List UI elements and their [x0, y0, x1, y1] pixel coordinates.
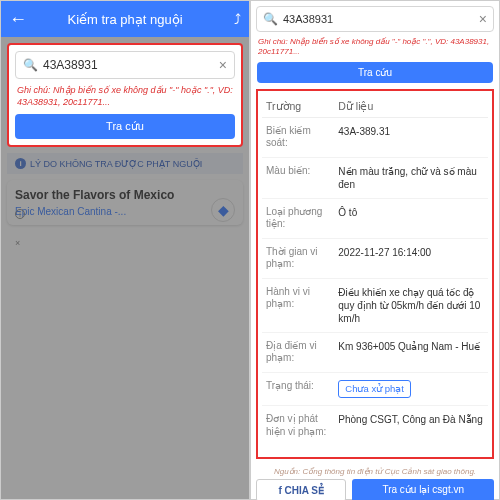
share-fb-button[interactable]: f CHIA SẺ [256, 479, 346, 500]
search-card: 🔍 × Ghi chú: Nhập biển số xe không dấu "… [7, 43, 243, 147]
search-row: 🔍 43A38931 × [256, 6, 494, 32]
search-icon: 🔍 [263, 12, 278, 26]
hdr-data: Dữ liệu [334, 95, 488, 117]
back-icon[interactable]: ← [9, 10, 29, 28]
input-note: Ghi chú: Nhập biển số xe không dấu "-" h… [258, 37, 492, 58]
bottom-actions: f CHIA SẺ Tra cứu lại csgt.vn [251, 479, 499, 500]
status-badge: Chưa xử phạt [338, 380, 411, 398]
plate-input[interactable]: 43A38931 [283, 13, 479, 25]
table-row: Đơn vị phát hiện vi phạm:Phòng CSGT, Côn… [262, 406, 488, 445]
search-again-button[interactable]: Tra cứu lại csgt.vn [352, 479, 494, 500]
lookup-button[interactable]: Tra cứu [257, 62, 493, 83]
table-row: Màu biến:Nền màu trắng, chữ và số màu đe… [262, 158, 488, 199]
results-table: Trường Dữ liệu Biến kiếm soát:43A-389.31… [256, 89, 494, 459]
input-note: Ghi chú: Nhập biển số xe không dấu "-" h… [17, 85, 233, 108]
source-text: Nguồn: Cổng thông tin điện tử Cục Cảnh s… [251, 464, 499, 479]
page-title: Kiếm tra phạt nguội [29, 12, 221, 27]
table-header: Trường Dữ liệu [262, 95, 488, 118]
app-header: ← Kiếm tra phạt nguội ⤴ [1, 1, 249, 37]
lookup-button[interactable]: Tra cứu [15, 114, 235, 139]
search-row: 🔍 × [15, 51, 235, 79]
search-icon: 🔍 [23, 58, 38, 72]
table-row: Trạng thái:Chưa xử phạt [262, 373, 488, 406]
table-row: Thời gian vi phạm:2022-11-27 16:14:00 [262, 239, 488, 279]
clear-icon[interactable]: × [479, 11, 487, 27]
table-row: Loại phương tiện:Ô tô [262, 199, 488, 239]
table-row: Biến kiếm soát:43A-389.31 [262, 118, 488, 158]
plate-input[interactable] [43, 58, 219, 72]
share-icon[interactable]: ⤴ [221, 11, 241, 27]
table-row: Địa điếm vi phạm:Km 936+005 Quảng Nam - … [262, 333, 488, 373]
clear-icon[interactable]: × [219, 57, 227, 73]
table-row: Hành vi vi phạm:Điều khiến xe chạy quá t… [262, 279, 488, 333]
hdr-field: Trường [262, 95, 334, 117]
